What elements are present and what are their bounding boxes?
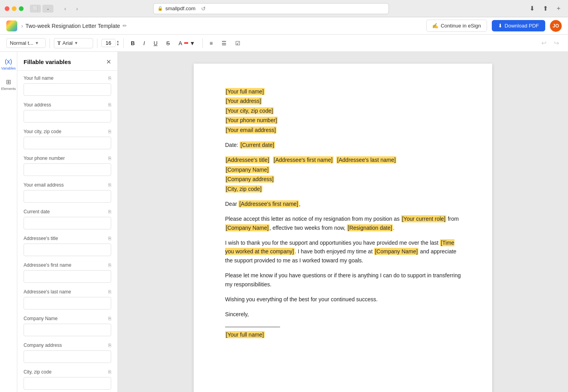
font-color-button[interactable]: A▼ (175, 38, 198, 48)
field-addr-first[interactable]: [Addressee's first name] (273, 156, 333, 163)
field-input-company-name[interactable] (24, 324, 111, 336)
paragraph-4: Wishing you everything of the best for y… (225, 295, 461, 304)
field-input-phone[interactable] (24, 163, 111, 176)
window-controls: ⬜ ⌄ (30, 5, 53, 13)
field-copy-addr-first[interactable]: ⎘ (108, 262, 111, 268)
forward-arrow[interactable]: › (71, 5, 82, 13)
field-input-email[interactable] (24, 190, 111, 203)
edit-title-icon[interactable]: ✏ (123, 23, 127, 29)
variables-icon: (x) (5, 58, 12, 65)
field-company-address[interactable]: [Company address] (225, 176, 274, 183)
field-your-full-name[interactable]: [Your full name] (225, 88, 265, 95)
field-copy-city-zip-company[interactable]: ⎘ (108, 369, 111, 375)
field-label-text-address: Your address (24, 102, 51, 108)
field-copy-full-name[interactable]: ⎘ (108, 75, 111, 81)
download-pdf-button[interactable]: ⬇ Download PDF (492, 20, 545, 31)
breadcrumb: › Two-week Resignation Letter Template ✏ (21, 23, 127, 29)
share-icon[interactable]: ⬆ (541, 4, 550, 13)
field-copy-addr-last[interactable]: ⎘ (108, 289, 111, 295)
font-chevron-icon: ▼ (74, 41, 78, 45)
field-resignation-date[interactable]: [Resignation date] (347, 224, 393, 231)
field-your-address[interactable]: [Your address] (225, 97, 262, 104)
field-copy-phone[interactable]: ⎘ (108, 156, 111, 161)
url-bar[interactable]: 🔒 smallpdf.com ↺ (153, 3, 389, 14)
field-group-company-address: Company address⎘ (24, 343, 111, 363)
field-input-city-zip-company[interactable] (24, 377, 111, 390)
field-group-company-name: Company Name⎘ (24, 316, 111, 336)
field-company-name-3[interactable]: [Company Name] (374, 248, 418, 255)
paragraph-2: I wish to thank you for the support and … (225, 238, 461, 265)
field-label-addr-last: Addressee's last name⎘ (24, 289, 111, 295)
reload-btn[interactable]: ↺ (201, 5, 206, 12)
download-icon[interactable]: ⬇ (527, 4, 537, 13)
field-label-email: Your email address⎘ (24, 182, 111, 188)
field-copy-address[interactable]: ⎘ (108, 102, 111, 108)
esign-button[interactable]: ✍ Continue in eSign (426, 20, 487, 32)
strikethrough-button[interactable]: S (163, 38, 173, 48)
user-avatar[interactable]: JO (550, 20, 562, 32)
field-addr-title[interactable]: [Addressee's title] (225, 156, 270, 163)
back-arrow[interactable]: ‹ (60, 5, 71, 13)
add-tab-icon[interactable]: ＋ (554, 4, 563, 13)
underline-button[interactable]: U (150, 38, 161, 48)
field-copy-company-name[interactable]: ⎘ (108, 316, 111, 321)
para4-text: Wishing you everything of the best for y… (225, 296, 377, 302)
checkbox-button[interactable]: ☑ (232, 38, 244, 48)
sidebar-toggle-btn[interactable]: ⬜ (30, 5, 41, 13)
sidebar-panel: Fillable variables ✕ Your full name⎘Your… (17, 52, 117, 392)
field-input-full-name[interactable] (24, 83, 111, 96)
undo-redo-controls: ↩ ↪ (538, 38, 562, 49)
field-input-address[interactable] (24, 110, 111, 123)
minimize-traffic-light[interactable] (12, 6, 16, 11)
field-current-role[interactable]: [Your current role] (401, 215, 446, 222)
date-label: Date: (225, 142, 240, 148)
field-label-address: Your address⎘ (24, 102, 111, 108)
field-your-city-zip[interactable]: [Your city, zip code] (225, 107, 274, 114)
list-button[interactable]: ☰ (218, 38, 230, 48)
align-button[interactable]: ≡ (207, 38, 216, 48)
field-company-name-2[interactable]: [Company Name] (225, 224, 269, 231)
document-area[interactable]: [Your full name] [Your address] [Your ci… (118, 52, 568, 392)
field-company-name-1[interactable]: [Company Name] (225, 166, 269, 173)
toolbar: Normal t... ▼ 𝐓 Arial ▼ 16 ▲ ▼ B I U S A… (0, 35, 568, 52)
field-addr-last[interactable]: [Addressee's last name] (336, 156, 396, 163)
font-select[interactable]: 𝐓 Arial ▼ (54, 38, 93, 48)
field-input-addr-last[interactable] (24, 297, 111, 310)
field-copy-current-date[interactable]: ⎘ (108, 209, 111, 214)
maximize-traffic-light[interactable] (19, 6, 24, 11)
sidebar-close-button[interactable]: ✕ (106, 58, 111, 66)
field-input-city-zip[interactable] (24, 137, 111, 149)
redo-button[interactable]: ↪ (551, 38, 562, 49)
window-expand-btn[interactable]: ⌄ (42, 5, 53, 13)
field-input-addr-first[interactable] (24, 270, 111, 283)
style-select[interactable]: Normal t... ▼ (6, 38, 46, 48)
field-your-phone[interactable]: [Your phone number] (225, 117, 278, 124)
field-copy-addr-title[interactable]: ⎘ (108, 236, 111, 241)
bold-button[interactable]: B (128, 38, 138, 48)
date-line: Date: [Current date] (225, 141, 461, 149)
font-size-down[interactable]: ▼ (116, 43, 119, 46)
field-copy-email[interactable]: ⎘ (108, 182, 111, 188)
toolbar-right: ↩ ↪ (538, 38, 562, 49)
field-input-addr-title[interactable] (24, 244, 111, 256)
close-traffic-light[interactable] (5, 6, 9, 11)
font-size-value[interactable]: 16 (101, 39, 115, 47)
field-dear-first-name[interactable]: [Addressee's first name] (238, 200, 299, 207)
field-sign-full-name[interactable]: [Your full name] (225, 331, 265, 338)
field-copy-company-address[interactable]: ⎘ (108, 343, 111, 348)
sender-info: [Your full name] [Your address] [Your ci… (225, 87, 461, 134)
sidebar-tab-variables[interactable]: (x) Variables (1, 55, 16, 73)
sidebar-tab-elements[interactable]: ⊞ Elements (1, 75, 16, 94)
field-input-current-date[interactable] (24, 217, 111, 229)
undo-button[interactable]: ↩ (538, 38, 549, 49)
field-city-zip[interactable]: [City, zip code] (225, 185, 262, 192)
field-your-email[interactable]: [Your email address] (225, 126, 277, 134)
signature-line (225, 327, 280, 327)
field-input-company-address[interactable] (24, 350, 111, 363)
breadcrumb-separator: › (21, 23, 23, 29)
para2-text-1: I wish to thank you for the support and … (225, 240, 440, 246)
italic-button[interactable]: I (140, 38, 148, 48)
field-current-date[interactable]: [Current date] (240, 141, 275, 148)
field-copy-city-zip[interactable]: ⎘ (108, 129, 111, 134)
para1-text-1: Please accept this letter as notice of m… (225, 216, 401, 222)
